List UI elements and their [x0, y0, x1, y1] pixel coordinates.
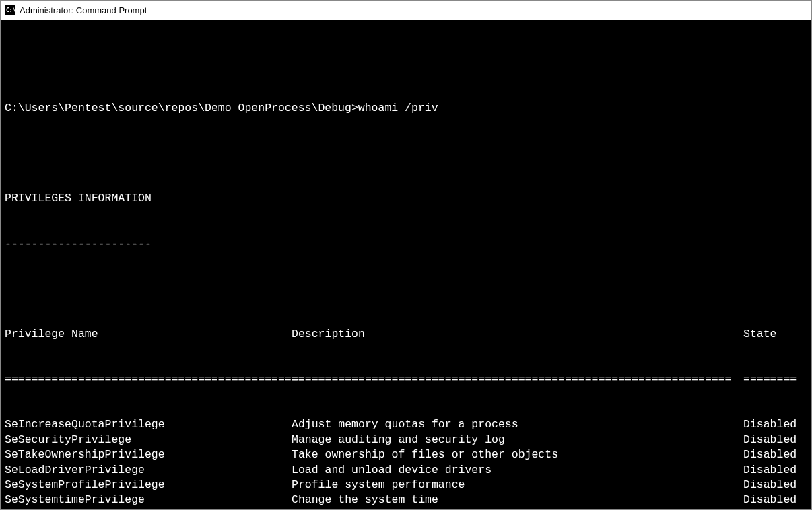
- prompt-path: C:\Users\Pentest\source\repos\Demo_OpenP…: [5, 102, 358, 114]
- privilege-row: SeSecurityPrivilegeManage auditing and s…: [5, 433, 809, 447]
- privilege-description: Profile system performance: [292, 478, 743, 493]
- window-title: Administrator: Command Prompt: [20, 5, 147, 15]
- table-header-row: Privilege Name Description State: [5, 327, 809, 342]
- privilege-row: SeIncreaseQuotaPrivilegeAdjust memory qu…: [5, 417, 809, 432]
- privilege-description: Manage auditing and security log: [292, 433, 743, 447]
- privilege-name: SeSecurityPrivilege: [5, 433, 292, 447]
- header-name: Privilege Name: [5, 327, 292, 342]
- privilege-description: Change the system time: [292, 493, 743, 507]
- rule-description: ========================================…: [292, 372, 743, 387]
- privilege-row: SeSystemtimePrivilegeChange the system t…: [5, 493, 809, 507]
- privilege-state: Disabled: [743, 463, 804, 478]
- privilege-row: SeProfileSingleProcessPrivilegeProfile s…: [5, 508, 809, 509]
- svg-text:C:\: C:\: [6, 7, 15, 13]
- privilege-state: Disabled: [743, 493, 804, 507]
- privilege-table-body: SeIncreaseQuotaPrivilegeAdjust memory qu…: [5, 417, 809, 509]
- privilege-row: SeTakeOwnershipPrivilegeTake ownership o…: [5, 447, 809, 462]
- privilege-state: Disabled: [743, 447, 804, 462]
- titlebar[interactable]: C:\ Administrator: Command Prompt: [1, 1, 811, 20]
- cmd-icon: C:\: [5, 5, 15, 15]
- privilege-name: SeSystemProfilePrivilege: [5, 478, 292, 493]
- privilege-row: SeLoadDriverPrivilegeLoad and unload dev…: [5, 463, 809, 478]
- privilege-state: Disabled: [743, 508, 804, 509]
- prompt-line: C:\Users\Pentest\source\repos\Demo_OpenP…: [5, 101, 809, 116]
- privilege-name: SeProfileSingleProcessPrivilege: [5, 508, 292, 509]
- privilege-name: SeIncreaseQuotaPrivilege: [5, 417, 292, 432]
- rule-state: ========: [743, 372, 804, 387]
- section-heading: PRIVILEGES INFORMATION: [5, 191, 809, 206]
- privilege-name: SeLoadDriverPrivilege: [5, 463, 292, 478]
- privilege-state: Disabled: [743, 478, 804, 493]
- privilege-row: SeSystemProfilePrivilegeProfile system p…: [5, 478, 809, 493]
- privilege-state: Disabled: [743, 433, 804, 447]
- privilege-description: Load and unload device drivers: [292, 463, 743, 478]
- command-text: whoami /priv: [358, 102, 438, 114]
- privilege-description: Profile single process: [292, 508, 743, 509]
- privilege-name: SeSystemtimePrivilege: [5, 493, 292, 507]
- terminal[interactable]: C:\Users\Pentest\source\repos\Demo_OpenP…: [1, 20, 811, 509]
- section-underline: ----------------------: [5, 237, 809, 252]
- rule-name: ========================================…: [5, 372, 292, 387]
- privilege-description: Adjust memory quotas for a process: [292, 417, 743, 432]
- privilege-name: SeTakeOwnershipPrivilege: [5, 447, 292, 462]
- header-description: Description: [292, 327, 743, 342]
- table-rule-row: ========================================…: [5, 372, 809, 387]
- header-state: State: [743, 327, 804, 342]
- privilege-state: Disabled: [743, 417, 804, 432]
- privilege-description: Take ownership of files or other objects: [292, 447, 743, 462]
- command-prompt-window: C:\ Administrator: Command Prompt C:\Use…: [0, 0, 812, 510]
